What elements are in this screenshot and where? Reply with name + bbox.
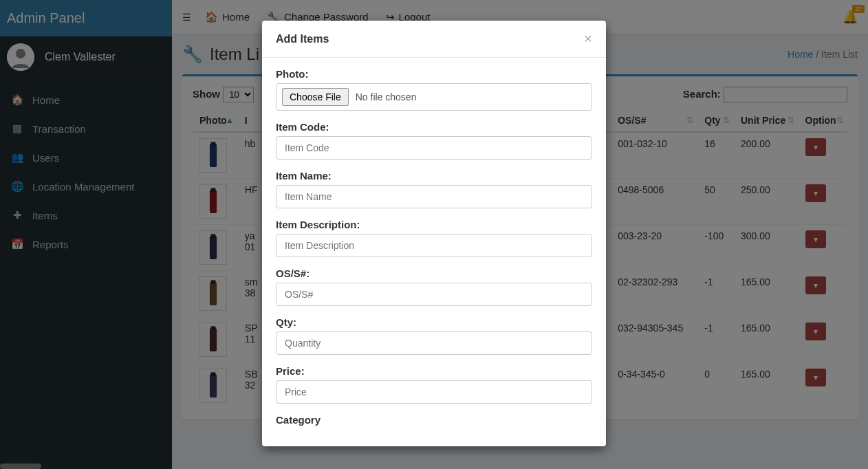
close-button[interactable]: × [584,31,592,47]
item-name-input[interactable] [276,185,592,208]
price-input[interactable] [276,380,592,404]
qty-input[interactable] [276,331,592,355]
os-input[interactable] [276,283,592,306]
item-code-input[interactable] [276,136,592,160]
modal-header: Add Items × [262,21,606,58]
photo-label: Photo: [276,68,592,80]
category-label: Category [276,414,592,426]
add-items-modal: Add Items × Photo: Choose File No file c… [262,21,606,446]
file-chosen-text: No file chosen [356,91,417,102]
modal-body: Photo: Choose File No file chosen Item C… [262,58,606,446]
modal-title: Add Items [276,33,329,45]
qty-label: Qty: [276,316,592,328]
price-label: Price: [276,365,592,377]
item-desc-input[interactable] [276,234,592,257]
item-code-label: Item Code: [276,121,592,133]
choose-file-button[interactable]: Choose File [282,88,349,106]
photo-file-input[interactable]: Choose File No file chosen [276,83,592,111]
item-name-label: Item Name: [276,170,592,182]
item-desc-label: Item Description: [276,219,592,230]
os-label: OS/S#: [276,268,592,279]
